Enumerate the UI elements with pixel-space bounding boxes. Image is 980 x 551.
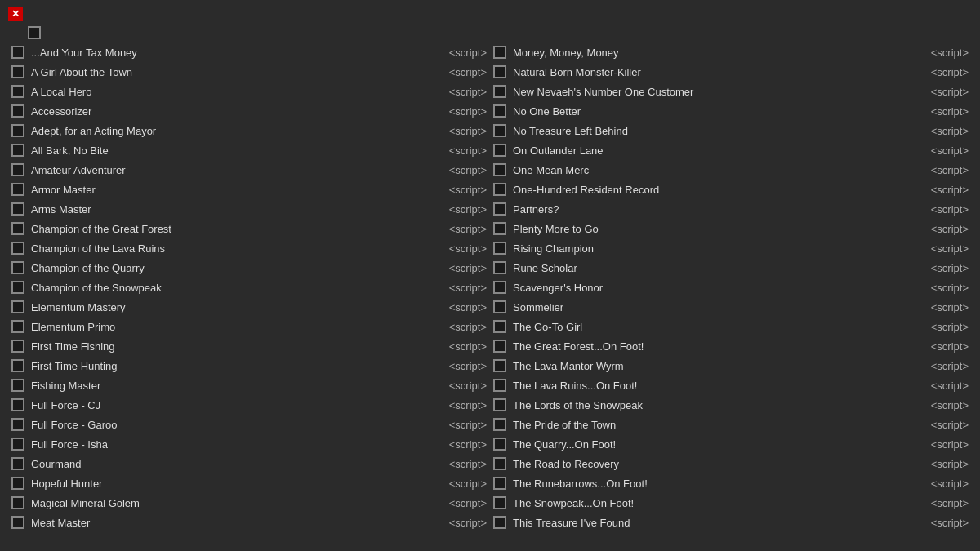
list-item: The Runebarrows...On Foot!<script> (490, 473, 972, 493)
list-item: Gourmand<script> (8, 454, 490, 473)
item-script: <script> (931, 242, 969, 255)
item-checkbox[interactable] (11, 85, 24, 98)
list-item: Sommelier<script> (490, 297, 972, 317)
item-checkbox[interactable] (493, 202, 506, 216)
achievements-checkbox[interactable] (28, 26, 41, 39)
item-checkbox[interactable] (11, 242, 24, 255)
item-checkbox[interactable] (493, 104, 506, 118)
item-checkbox[interactable] (11, 281, 24, 294)
item-checkbox[interactable] (493, 398, 506, 411)
item-name: All Bark, No Bite (31, 144, 443, 157)
item-script: <script> (931, 517, 969, 529)
item-name: New Nevaeh's Number One Customer (513, 86, 924, 98)
list-item: Hopeful Hunter<script> (8, 473, 490, 493)
list-item: Champion of the Lava Ruins<script> (8, 238, 490, 258)
item-name: No Treasure Left Behind (513, 125, 924, 137)
item-name: Full Force - CJ (31, 399, 443, 411)
item-checkbox[interactable] (11, 46, 24, 59)
list-item: Elementum Mastery<script> (8, 297, 490, 317)
item-name: ...And Your Tax Money (31, 47, 443, 59)
item-checkbox[interactable] (11, 183, 24, 196)
item-checkbox[interactable] (11, 163, 24, 176)
list-item: Full Force - Garoo<script> (8, 415, 490, 434)
item-script: <script> (449, 478, 487, 490)
item-checkbox[interactable] (493, 85, 506, 98)
item-checkbox[interactable] (493, 438, 506, 451)
item-checkbox[interactable] (11, 320, 24, 333)
item-checkbox[interactable] (493, 418, 506, 431)
item-checkbox[interactable] (11, 222, 24, 235)
item-checkbox[interactable] (493, 144, 506, 157)
item-name: The Lords of the Snowpeak (513, 399, 924, 411)
list-item: One-Hundred Resident Record<script> (490, 180, 972, 199)
item-name: Elementum Mastery (31, 301, 443, 313)
item-script: <script> (449, 144, 487, 157)
list-item: The Lava Mantor Wyrm<script> (490, 356, 972, 375)
item-checkbox[interactable] (493, 242, 506, 255)
item-checkbox[interactable] (493, 222, 506, 235)
item-checkbox[interactable] (493, 496, 506, 509)
item-checkbox[interactable] (11, 418, 24, 431)
item-checkbox[interactable] (493, 65, 506, 78)
item-checkbox[interactable] (493, 516, 506, 529)
item-checkbox[interactable] (11, 398, 24, 411)
item-name: Champion of the Snowpeak (31, 282, 443, 294)
list-item: Amateur Adventurer<script> (8, 160, 490, 180)
item-checkbox[interactable] (11, 124, 24, 137)
item-name: Rising Champion (513, 242, 924, 255)
item-checkbox[interactable] (493, 340, 506, 353)
item-script: <script> (449, 86, 487, 98)
item-checkbox[interactable] (11, 516, 24, 529)
item-checkbox[interactable] (11, 65, 24, 78)
item-checkbox[interactable] (11, 144, 24, 157)
item-checkbox[interactable] (493, 300, 506, 313)
item-name: Rune Scholar (513, 262, 924, 274)
item-checkbox[interactable] (493, 477, 506, 490)
list-item: Adept, for an Acting Mayor<script> (8, 121, 490, 140)
item-checkbox[interactable] (11, 340, 24, 353)
item-checkbox[interactable] (493, 281, 506, 294)
item-script: <script> (931, 203, 969, 216)
item-checkbox[interactable] (11, 496, 24, 509)
list-item: The Great Forest...On Foot!<script> (490, 336, 972, 356)
item-checkbox[interactable] (493, 320, 506, 333)
item-name: Champion of the Lava Ruins (31, 242, 443, 255)
item-checkbox[interactable] (11, 359, 24, 372)
item-checkbox[interactable] (11, 457, 24, 470)
item-script: <script> (449, 419, 487, 431)
item-script: <script> (449, 517, 487, 529)
item-checkbox[interactable] (493, 457, 506, 470)
list-item: No Treasure Left Behind<script> (490, 121, 972, 140)
item-name: Full Force - Isha (31, 438, 443, 451)
item-checkbox[interactable] (11, 477, 24, 490)
list-item: Natural Born Monster-Killer<script> (490, 62, 972, 82)
left-column: ...And Your Tax Money<script>A Girl Abou… (8, 42, 490, 532)
item-checkbox[interactable] (11, 261, 24, 274)
item-checkbox[interactable] (493, 379, 506, 392)
header-row (3, 3, 977, 24)
item-name: Sommelier (513, 301, 924, 313)
item-checkbox[interactable] (493, 163, 506, 176)
item-script: <script> (931, 282, 969, 294)
item-script: <script> (449, 105, 487, 118)
item-script: <script> (449, 47, 487, 59)
item-checkbox[interactable] (493, 46, 506, 59)
item-checkbox[interactable] (11, 438, 24, 451)
list-item: The Pride of the Town<script> (490, 415, 972, 434)
list-item: Rune Scholar<script> (490, 258, 972, 278)
list-item: A Local Hero<script> (8, 82, 490, 101)
item-checkbox[interactable] (11, 202, 24, 216)
list-item: First Time Fishing<script> (8, 336, 490, 356)
list-item: Fishing Master<script> (8, 375, 490, 395)
item-checkbox[interactable] (11, 104, 24, 118)
item-checkbox[interactable] (493, 261, 506, 274)
item-name: A Local Hero (31, 86, 443, 98)
item-checkbox[interactable] (11, 300, 24, 313)
item-script: <script> (931, 497, 969, 509)
item-name: The Snowpeak...On Foot! (513, 497, 924, 509)
enable-checkbox[interactable] (8, 7, 23, 21)
item-checkbox[interactable] (493, 183, 506, 196)
item-checkbox[interactable] (493, 124, 506, 137)
item-checkbox[interactable] (11, 379, 24, 392)
item-checkbox[interactable] (493, 359, 506, 372)
